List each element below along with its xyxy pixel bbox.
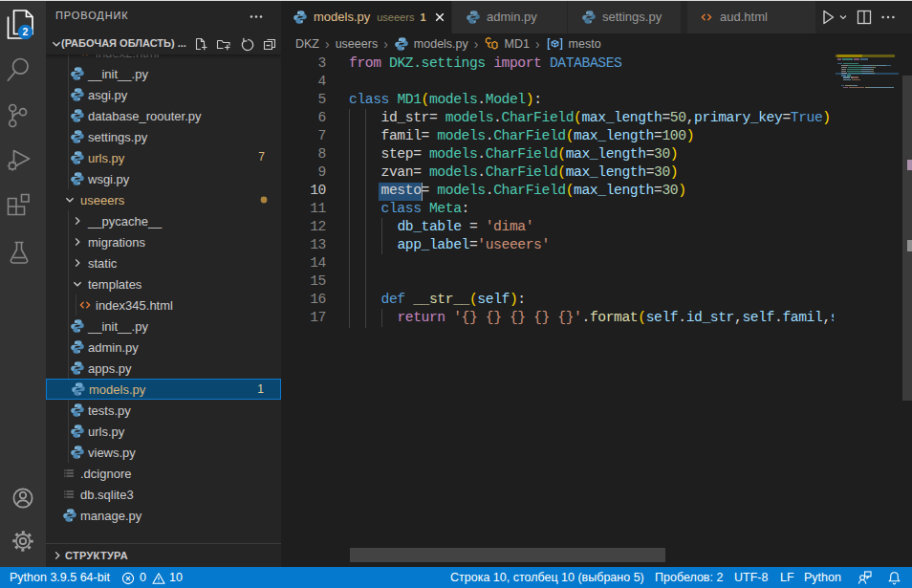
- svg-text:2: 2: [23, 26, 29, 37]
